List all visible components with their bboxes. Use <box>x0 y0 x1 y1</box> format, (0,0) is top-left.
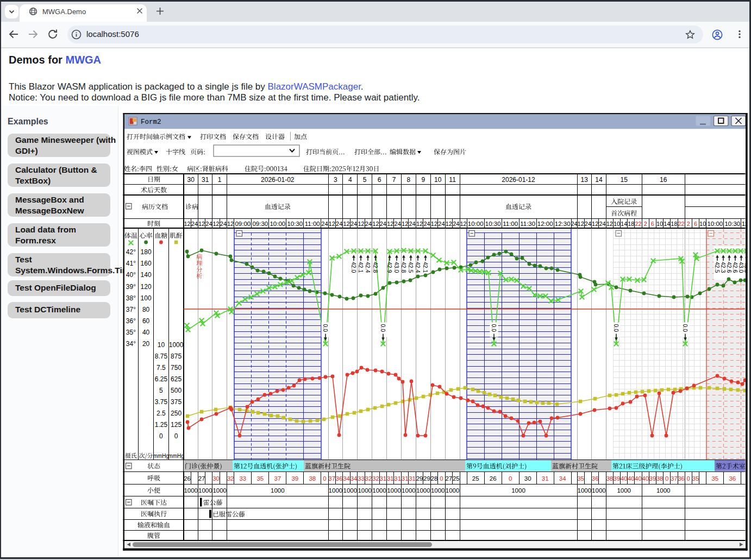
svg-text:42.1: 42.1 <box>422 262 429 273</box>
svg-text:6: 6 <box>694 221 697 227</box>
svg-text:1000: 1000 <box>198 487 212 494</box>
svg-text:35°: 35° <box>126 329 136 336</box>
svg-text:1000: 1000 <box>592 487 606 494</box>
svg-text:24: 24 <box>205 221 212 227</box>
svg-text:32: 32 <box>365 475 372 482</box>
svg-text:6: 6 <box>651 221 654 227</box>
svg-text:33: 33 <box>239 475 246 482</box>
svg-text:36: 36 <box>336 475 343 482</box>
svg-text:12: 12 <box>343 221 349 227</box>
svg-text:18: 18 <box>628 221 634 227</box>
svg-text:24: 24 <box>191 221 198 227</box>
svg-text:40: 40 <box>635 475 642 482</box>
svg-text:29: 29 <box>416 475 423 482</box>
svg-text:12: 12 <box>212 221 219 227</box>
svg-text:12: 12 <box>372 221 379 227</box>
svg-text:7.5: 7.5 <box>157 364 166 372</box>
svg-text:42.8: 42.8 <box>372 262 379 273</box>
svg-text:1000: 1000 <box>358 487 372 494</box>
svg-text:31: 31 <box>379 475 386 482</box>
svg-text:750: 750 <box>171 364 182 372</box>
svg-text:22: 22 <box>678 221 684 227</box>
svg-text:10: 10 <box>434 176 442 184</box>
svg-text:10:30: 10:30 <box>485 221 501 227</box>
svg-text:14: 14 <box>664 221 670 227</box>
svg-text:12: 12 <box>460 221 466 227</box>
svg-text:13: 13 <box>581 176 589 184</box>
svg-text:11:30: 11:30 <box>520 221 535 227</box>
svg-text:28: 28 <box>431 475 438 482</box>
svg-text:875: 875 <box>171 353 182 360</box>
svg-text:1000: 1000 <box>343 487 358 494</box>
svg-text:38: 38 <box>606 475 613 482</box>
svg-text:42.8: 42.8 <box>400 262 407 273</box>
svg-text:0.0: 0.0 <box>380 324 386 332</box>
svg-text:7: 7 <box>392 176 396 184</box>
svg-text:37: 37 <box>328 475 335 482</box>
svg-text:24: 24 <box>599 221 605 227</box>
svg-text:20: 20 <box>142 340 150 348</box>
svg-text:24: 24 <box>321 221 328 227</box>
svg-text:31: 31 <box>409 475 416 482</box>
svg-text:24: 24 <box>423 221 430 227</box>
svg-text:0.0: 0.0 <box>613 324 619 332</box>
svg-text:40°: 40° <box>126 271 136 279</box>
svg-text:10:00: 10:00 <box>468 221 484 227</box>
svg-text:0: 0 <box>665 475 668 482</box>
svg-text:125: 125 <box>171 421 182 429</box>
svg-text:1000: 1000 <box>416 487 430 494</box>
svg-text:40: 40 <box>628 475 635 482</box>
svg-text:10:00: 10:00 <box>707 221 723 227</box>
svg-text:15: 15 <box>621 176 628 184</box>
svg-text:4: 4 <box>348 176 352 184</box>
svg-text:1000: 1000 <box>271 487 285 494</box>
svg-text:31: 31 <box>202 176 209 184</box>
svg-text:10:30: 10:30 <box>287 221 303 227</box>
svg-text:1000: 1000 <box>387 487 401 494</box>
svg-text:10: 10 <box>656 221 663 227</box>
svg-text:42.1: 42.1 <box>358 262 364 273</box>
svg-text:9: 9 <box>421 176 425 184</box>
svg-text:24: 24 <box>438 221 445 227</box>
svg-text:6.25: 6.25 <box>155 375 168 383</box>
svg-text:24: 24 <box>409 221 415 227</box>
svg-text:34: 34 <box>351 475 358 482</box>
svg-text:12:30: 12:30 <box>555 221 571 227</box>
svg-text:34: 34 <box>343 475 350 482</box>
svg-text:35: 35 <box>692 475 699 482</box>
svg-text:500: 500 <box>171 387 182 394</box>
svg-text:40: 40 <box>642 475 649 482</box>
svg-text:12: 12 <box>592 221 598 227</box>
svg-text:42.6: 42.6 <box>732 262 739 273</box>
svg-text:12: 12 <box>387 221 393 227</box>
svg-text:43.0: 43.0 <box>393 262 400 273</box>
svg-text:625: 625 <box>171 375 182 383</box>
svg-text:32: 32 <box>372 475 379 482</box>
svg-text:12: 12 <box>416 221 423 227</box>
svg-text:0.0: 0.0 <box>322 324 329 332</box>
svg-text:1000: 1000 <box>169 341 184 349</box>
svg-text:0: 0 <box>159 432 163 440</box>
svg-text:41°: 41° <box>126 260 136 267</box>
svg-text:35: 35 <box>711 475 718 482</box>
svg-text:30: 30 <box>187 176 195 184</box>
svg-text:0.0: 0.0 <box>682 324 689 332</box>
svg-text:24: 24 <box>395 221 401 227</box>
svg-text:42°: 42° <box>126 248 136 256</box>
svg-text:160: 160 <box>141 260 152 267</box>
svg-text:36°: 36° <box>126 317 136 325</box>
svg-text:24: 24 <box>365 221 372 227</box>
svg-text:1000: 1000 <box>656 487 671 494</box>
svg-text:375: 375 <box>171 398 182 406</box>
svg-text:3: 3 <box>334 176 337 184</box>
svg-text:42.5: 42.5 <box>714 262 721 273</box>
svg-text:37°: 37° <box>126 306 136 313</box>
svg-text:24: 24 <box>453 221 459 227</box>
svg-text:31: 31 <box>542 475 549 482</box>
svg-text:1000: 1000 <box>431 487 445 494</box>
svg-text:1000: 1000 <box>617 487 631 494</box>
svg-text:6: 6 <box>378 176 381 184</box>
svg-text:25: 25 <box>453 475 460 482</box>
svg-text:39°: 39° <box>126 283 136 291</box>
svg-text:11:00: 11:00 <box>305 221 320 227</box>
